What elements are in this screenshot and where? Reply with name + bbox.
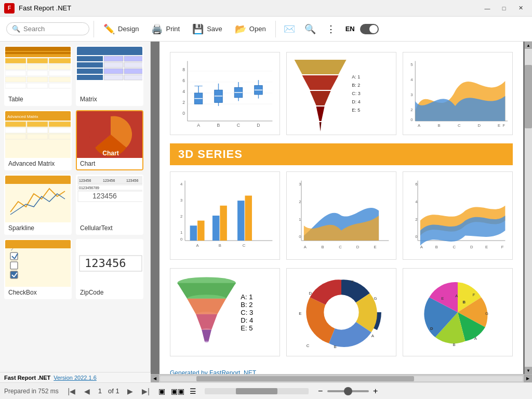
minimize-button[interactable]: — xyxy=(480,3,495,14)
svg-rect-26 xyxy=(77,69,103,74)
svg-text:D: D xyxy=(257,123,260,128)
zipcode-thumb: 123456 xyxy=(77,240,143,287)
svg-text:C: C xyxy=(458,123,461,128)
scrollbar-vertical[interactable]: ▲ ▼ xyxy=(525,42,532,374)
sidebar-item-cellular[interactable]: 123456 123456 123456 0123456789 123456 C… xyxy=(76,175,143,235)
sidebar-item-sparkline[interactable]: Sparkline xyxy=(4,175,72,235)
search-input[interactable] xyxy=(23,25,86,33)
svg-rect-23 xyxy=(77,62,103,68)
search-box[interactable]: 🔍 xyxy=(6,22,89,35)
svg-rect-35 xyxy=(5,122,26,127)
svg-rect-27 xyxy=(104,69,123,74)
maximize-button[interactable]: □ xyxy=(497,3,511,14)
generated-by-link[interactable]: Generated by FastReport .NET xyxy=(170,369,256,374)
svg-rect-129 xyxy=(237,201,244,241)
svg-rect-9 xyxy=(5,71,26,76)
app-logo: F xyxy=(4,3,15,14)
svg-text:3: 3 xyxy=(299,182,301,187)
open-button[interactable]: 📂 Open xyxy=(230,20,271,38)
list-view-btn[interactable]: ☰ xyxy=(186,384,201,398)
svg-rect-2 xyxy=(5,52,72,54)
close-button[interactable]: ✕ xyxy=(513,3,528,14)
sidebar: Table xyxy=(0,42,151,382)
page-current: 1 xyxy=(98,387,102,395)
svg-text:3: 3 xyxy=(180,198,182,203)
theme-toggle[interactable] xyxy=(360,24,379,34)
checkbox-thumb: ✓ xyxy=(5,240,72,287)
svg-text:C: C xyxy=(237,123,240,128)
sidebar-item-chart[interactable]: Chart Chart xyxy=(76,110,143,170)
first-page-button[interactable]: |◀ xyxy=(65,384,78,398)
svg-rect-20 xyxy=(77,56,103,61)
svg-point-161 xyxy=(205,340,209,342)
svg-rect-10 xyxy=(27,71,48,76)
svg-text:4: 4 xyxy=(180,182,183,187)
print-icon: 🖨️ xyxy=(151,23,163,35)
print-button[interactable]: 🖨️ Print xyxy=(146,20,185,38)
svg-text:2: 2 xyxy=(182,100,185,105)
svg-rect-12 xyxy=(5,77,26,82)
svg-marker-102 xyxy=(310,91,331,105)
design-button[interactable]: ✏️ Design xyxy=(98,20,144,38)
svg-rect-125 xyxy=(190,225,197,241)
zoom-slider-thumb[interactable] xyxy=(344,387,352,395)
scroll-down-btn[interactable]: ▼ xyxy=(525,367,532,374)
scrollbar-horizontal[interactable]: ◀ ▶ xyxy=(151,374,532,382)
3d-bar-chart: 4 3 2 1 0 xyxy=(170,171,280,260)
sidebar-item-table[interactable]: Table xyxy=(4,46,72,106)
3d-funnel-chart: A: 1 B: 2 C: 3 D: 4 E: 5 xyxy=(170,268,280,356)
email-button[interactable]: ✉️ xyxy=(280,20,299,38)
bottom-scrollbar[interactable] xyxy=(205,388,309,394)
svg-text:0: 0 xyxy=(415,234,417,239)
svg-rect-127 xyxy=(212,216,219,241)
more-button[interactable]: ⋮ xyxy=(322,20,340,38)
zoom-out-btn[interactable]: − xyxy=(315,385,326,397)
svg-text:2: 2 xyxy=(410,108,413,112)
advanced-matrix-thumb: Advanced Matrix xyxy=(5,111,72,158)
svg-rect-17 xyxy=(49,83,72,88)
app-title: Fast Report .NET xyxy=(19,4,71,12)
svg-rect-6 xyxy=(5,64,26,70)
svg-text:123456: 123456 xyxy=(126,179,138,182)
scroll-left-btn[interactable]: ◀ xyxy=(151,375,159,383)
svg-text:A: A xyxy=(197,123,200,128)
find-button[interactable]: 🔍 xyxy=(301,20,320,38)
svg-rect-48 xyxy=(5,176,72,184)
last-page-button[interactable]: ▶| xyxy=(139,384,153,398)
sidebar-item-matrix[interactable]: Matrix xyxy=(76,46,143,106)
table-label: Table xyxy=(5,94,71,105)
svg-text:E: E xyxy=(498,123,500,128)
zoom-slider[interactable] xyxy=(327,390,369,392)
scroll-right-btn[interactable]: ▶ xyxy=(524,375,532,383)
sidebar-item-zipcode[interactable]: 123456 ZipCode xyxy=(76,239,143,299)
svg-rect-37 xyxy=(49,122,72,127)
single-page-btn[interactable]: ▣ xyxy=(155,384,169,398)
svg-rect-59 xyxy=(5,240,72,248)
area-chart: 5 4 3 2 0 A B C xyxy=(403,52,513,135)
save-button[interactable]: 💾 Save xyxy=(187,20,228,38)
svg-marker-103 xyxy=(316,107,325,121)
prev-page-button[interactable]: ◀ xyxy=(81,384,94,398)
svg-text:B: B xyxy=(219,243,221,248)
app-version-link[interactable]: Version 2022.1.6 xyxy=(54,375,97,381)
chart-thumb: Chart xyxy=(77,111,143,158)
scroll-thumb[interactable] xyxy=(525,65,532,128)
svg-text:4: 4 xyxy=(415,200,418,204)
two-pages-btn[interactable]: ▣▣ xyxy=(170,384,185,398)
advanced-matrix-label: Advanced Matrix xyxy=(5,158,71,169)
svg-text:E: E xyxy=(485,245,488,249)
sidebar-item-checkbox[interactable]: ✓ CheckBox xyxy=(4,239,72,299)
zoom-in-btn[interactable]: + xyxy=(370,385,381,397)
svg-text:123456: 123456 xyxy=(79,179,91,182)
svg-text:F: F xyxy=(501,245,504,249)
svg-text:C: C xyxy=(453,245,456,249)
section-3d-banner: 3D SERIES xyxy=(170,143,513,165)
next-page-button[interactable]: ▶ xyxy=(124,384,137,398)
preview-scroll[interactable]: 8 6 4 2 0 xyxy=(151,42,532,374)
sidebar-item-advanced-matrix[interactable]: Advanced Matrix Advanced Matrix xyxy=(4,110,72,170)
language-button[interactable]: EN xyxy=(342,23,358,35)
hscroll-thumb[interactable] xyxy=(196,376,414,381)
bottom-scrollbar-thumb[interactable] xyxy=(236,388,277,394)
svg-text:G: G xyxy=(485,311,488,316)
scroll-up-btn[interactable]: ▲ xyxy=(525,42,532,49)
